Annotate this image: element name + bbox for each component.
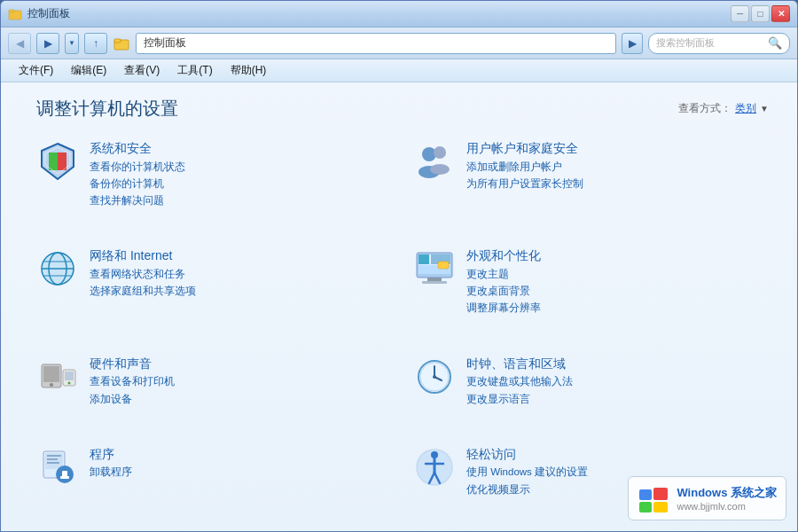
accessibility-link-0[interactable]: 使用 Windows 建议的设置 bbox=[466, 465, 588, 480]
hardware-link-0[interactable]: 查看设备和打印机 bbox=[90, 374, 175, 389]
titlebar-title: 控制面板 bbox=[27, 6, 70, 21]
view-dropdown-icon[interactable]: ▼ bbox=[760, 104, 769, 113]
network-title[interactable]: 网络和 Internet bbox=[90, 247, 196, 265]
appearance-title[interactable]: 外观和个性化 bbox=[466, 247, 541, 265]
titlebar-left: 控制面板 bbox=[8, 6, 70, 21]
forward-button[interactable]: ▶ bbox=[36, 33, 59, 54]
svg-rect-40 bbox=[47, 455, 61, 457]
nav-dropdown[interactable]: ▼ bbox=[65, 33, 79, 54]
section-hardware: 硬件和声音 查看设备和打印机 添加设备 bbox=[22, 347, 399, 437]
network-link-1[interactable]: 选择家庭组和共享选项 bbox=[90, 284, 196, 299]
system-link-0[interactable]: 查看你的计算机状态 bbox=[90, 160, 185, 175]
close-button[interactable]: ✕ bbox=[771, 5, 790, 22]
address-folder-icon bbox=[113, 35, 130, 52]
back-button[interactable]: ◀ bbox=[8, 33, 31, 54]
menu-help[interactable]: 帮助(H) bbox=[223, 61, 274, 80]
system-security-icon bbox=[36, 140, 79, 183]
menu-file[interactable]: 文件(F) bbox=[12, 61, 60, 80]
section-user-accounts: 用户帐户和家庭安全 添加或删除用户帐户 为所有用户设置家长控制 bbox=[399, 131, 776, 239]
programs-link-0[interactable]: 卸载程序 bbox=[90, 465, 132, 480]
system-link-1[interactable]: 备份你的计算机 bbox=[90, 176, 185, 192]
svg-point-32 bbox=[68, 381, 71, 384]
search-placeholder: 搜索控制面板 bbox=[656, 36, 715, 50]
address-go-button[interactable]: ▶ bbox=[622, 33, 643, 54]
network-link-0[interactable]: 查看网络状态和任务 bbox=[90, 267, 196, 282]
section-programs: 程序 卸载程序 bbox=[22, 437, 399, 528]
address-input[interactable]: 控制面板 bbox=[136, 33, 616, 54]
clock-link-1[interactable]: 更改显示语言 bbox=[466, 392, 573, 407]
accessibility-title[interactable]: 轻松访问 bbox=[466, 446, 588, 464]
clock-title[interactable]: 时钟、语言和区域 bbox=[466, 356, 573, 373]
titlebar-controls: ─ □ ✕ bbox=[731, 5, 790, 22]
clock-text: 时钟、语言和区域 更改键盘或其他输入法 更改显示语言 bbox=[466, 356, 573, 407]
appearance-link-0[interactable]: 更改主题 bbox=[466, 267, 541, 282]
user-accounts-text: 用户帐户和家庭安全 添加或删除用户帐户 为所有用户设置家长控制 bbox=[466, 140, 583, 192]
content-header: 调整计算机的设置 查看方式： 类别 ▼ bbox=[1, 82, 797, 128]
svg-point-37 bbox=[433, 375, 436, 379]
up-button[interactable]: ↑ bbox=[84, 33, 107, 54]
user-accounts-icon bbox=[413, 140, 456, 183]
programs-title[interactable]: 程序 bbox=[90, 446, 132, 464]
watermark-line2: www.bjjmlv.com bbox=[677, 501, 777, 512]
network-text: 网络和 Internet 查看网络状态和任务 选择家庭组和共享选项 bbox=[90, 247, 196, 299]
search-bar[interactable]: 搜索控制面板 🔍 bbox=[648, 33, 790, 54]
accessibility-link-1[interactable]: 优化视频显示 bbox=[466, 482, 588, 497]
maximize-button[interactable]: □ bbox=[751, 5, 770, 22]
network-icon bbox=[36, 247, 79, 290]
section-system-security: 系统和安全 查看你的计算机状态 备份你的计算机 查找并解决问题 bbox=[22, 131, 399, 239]
appearance-text: 外观和个性化 更改主题 更改桌面背景 调整屏幕分辨率 bbox=[466, 247, 541, 316]
windows-logo-icon bbox=[638, 482, 669, 514]
view-value-button[interactable]: 类别 bbox=[735, 101, 756, 116]
svg-rect-25 bbox=[422, 281, 447, 284]
search-icon[interactable]: 🔍 bbox=[768, 36, 782, 50]
section-clock: 时钟、语言和区域 更改键盘或其他输入法 更改显示语言 bbox=[399, 347, 776, 437]
svg-point-12 bbox=[430, 164, 450, 175]
appearance-link-2[interactable]: 调整屏幕分辨率 bbox=[466, 301, 541, 316]
menu-view[interactable]: 查看(V) bbox=[117, 61, 167, 80]
user-link-1[interactable]: 为所有用户设置家长控制 bbox=[466, 176, 583, 192]
watermark-line1: Windows 系统之家 bbox=[677, 485, 777, 501]
hardware-link-1[interactable]: 添加设备 bbox=[90, 392, 175, 407]
svg-rect-55 bbox=[653, 502, 668, 512]
addressbar: ◀ ▶ ▼ ↑ 控制面板 ▶ 搜索控制面板 🔍 bbox=[1, 27, 797, 59]
clock-icon bbox=[413, 356, 456, 398]
accessibility-icon bbox=[413, 446, 456, 489]
svg-rect-3 bbox=[114, 39, 121, 43]
svg-rect-26 bbox=[438, 262, 449, 269]
svg-rect-52 bbox=[639, 489, 652, 500]
clock-link-0[interactable]: 更改键盘或其他输入法 bbox=[466, 374, 573, 389]
watermark: Windows 系统之家 www.bjjmlv.com bbox=[628, 476, 786, 520]
control-panel-grid: 系统和安全 查看你的计算机状态 备份你的计算机 查找并解决问题 bbox=[1, 128, 797, 531]
menu-tools[interactable]: 工具(T) bbox=[170, 61, 219, 80]
svg-rect-42 bbox=[47, 462, 59, 464]
view-mode: 查看方式： 类别 ▼ bbox=[678, 101, 769, 116]
menu-edit[interactable]: 编辑(E) bbox=[64, 61, 113, 80]
system-security-title[interactable]: 系统和安全 bbox=[90, 140, 185, 158]
appearance-icon bbox=[413, 247, 456, 290]
programs-text: 程序 卸载程序 bbox=[90, 446, 132, 481]
svg-rect-21 bbox=[419, 254, 429, 264]
svg-rect-54 bbox=[639, 502, 652, 512]
user-accounts-title[interactable]: 用户帐户和家庭安全 bbox=[466, 140, 583, 158]
hardware-title[interactable]: 硬件和声音 bbox=[90, 356, 175, 373]
accessibility-text: 轻松访问 使用 Windows 建议的设置 优化视频显示 bbox=[466, 446, 588, 497]
appearance-link-1[interactable]: 更改桌面背景 bbox=[466, 284, 541, 299]
system-link-2[interactable]: 查找并解决问题 bbox=[90, 193, 185, 208]
hardware-icon bbox=[36, 356, 79, 398]
menubar: 文件(F) 编辑(E) 查看(V) 工具(T) 帮助(H) bbox=[1, 59, 797, 82]
minimize-button[interactable]: ─ bbox=[731, 5, 749, 22]
watermark-text: Windows 系统之家 www.bjjmlv.com bbox=[677, 485, 777, 512]
svg-rect-41 bbox=[47, 458, 58, 460]
user-link-0[interactable]: 添加或删除用户帐户 bbox=[466, 160, 583, 175]
svg-point-11 bbox=[434, 146, 446, 159]
svg-rect-45 bbox=[60, 476, 69, 479]
section-appearance: 外观和个性化 更改主题 更改桌面背景 调整屏幕分辨率 bbox=[399, 239, 776, 346]
svg-rect-53 bbox=[653, 488, 668, 500]
section-network: 网络和 Internet 查看网络状态和任务 选择家庭组和共享选项 bbox=[22, 239, 399, 346]
svg-rect-31 bbox=[65, 372, 74, 380]
svg-rect-1 bbox=[9, 10, 14, 12]
system-security-text: 系统和安全 查看你的计算机状态 备份你的计算机 查找并解决问题 bbox=[90, 140, 185, 208]
page-title: 调整计算机的设置 bbox=[36, 97, 178, 121]
svg-rect-6 bbox=[49, 153, 58, 170]
titlebar: 控制面板 ─ □ ✕ bbox=[1, 1, 797, 27]
